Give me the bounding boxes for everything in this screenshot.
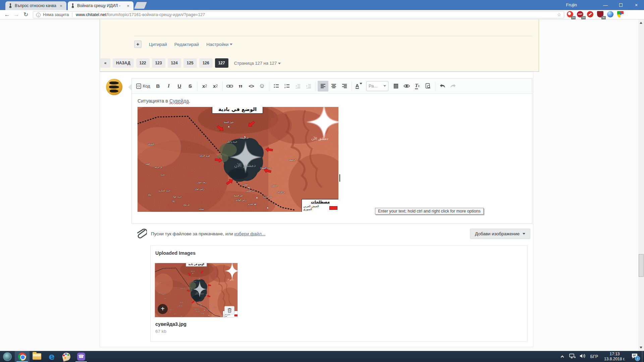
network-icon[interactable] <box>568 353 578 360</box>
outdent-button[interactable] <box>292 81 303 92</box>
close-button[interactable]: × <box>629 0 644 10</box>
bookmark-star-icon[interactable]: ☆ <box>557 12 561 17</box>
pagination-back-button[interactable]: НАЗАД <box>113 58 134 68</box>
scroll-down-arrow[interactable] <box>640 347 642 349</box>
spoiler-block-icon <box>393 83 398 89</box>
map-place-label: خربة عواد <box>169 309 173 310</box>
italic-button[interactable]: I <box>163 81 174 92</box>
align-center-button[interactable] <box>328 81 339 92</box>
taskbar-explorer[interactable] <box>30 351 44 362</box>
svg-text:1: 1 <box>284 84 286 86</box>
indent-button[interactable] <box>303 81 314 92</box>
source-preview-button[interactable] <box>423 81 433 92</box>
viber-icon: ☎ <box>77 353 85 361</box>
back-icon[interactable]: ← <box>3 10 11 19</box>
address-bar[interactable]: i Няма защита www.chitatel.net/forum/top… <box>33 11 564 18</box>
new-tab-button[interactable] <box>134 2 147 9</box>
remove-format-button[interactable]: Tx <box>412 81 423 92</box>
pagination-page-button[interactable]: 124 <box>168 58 181 68</box>
reply-editor-card: Код B I U S x2 x2 ” <> ☺ <box>100 72 533 347</box>
emoticon-button[interactable]: ☺ <box>257 81 267 92</box>
tab-close-icon[interactable]: × <box>58 3 64 8</box>
editor-content[interactable]: Ситуацията в Сувейда. <box>132 94 532 216</box>
taskbar-viber[interactable]: ☎ <box>74 351 89 362</box>
pagination-page-button[interactable]: 122 <box>136 58 150 68</box>
suweida-map-image[interactable]: الوضع في بادية السويداء دمشق الآن دمشق ا… <box>138 107 338 212</box>
show-desktop-strip[interactable] <box>642 351 644 362</box>
multiquote-button[interactable]: + <box>134 41 142 48</box>
security-label: Няма защита <box>43 12 69 17</box>
tab-close-icon[interactable]: × <box>125 3 131 8</box>
page-scrollbar[interactable] <box>638 19 644 351</box>
numbered-list-button[interactable]: 12 <box>282 81 292 92</box>
avatar[interactable] <box>106 79 122 95</box>
align-right-button[interactable] <box>339 81 350 92</box>
code-block-button[interactable]: Код <box>134 81 153 92</box>
add-image-button[interactable]: Добави изображение <box>470 229 530 239</box>
text-color-button[interactable]: A <box>354 81 364 92</box>
forward-icon[interactable]: → <box>12 10 21 19</box>
paragraph-format-select[interactable]: Ра... <box>366 81 388 91</box>
pagination-page-button[interactable]: 125 <box>183 58 197 68</box>
action-center-button[interactable]: 3 <box>629 353 641 360</box>
pagination-page-button[interactable]: 126 <box>199 58 213 68</box>
link-button[interactable] <box>224 81 235 92</box>
taskbar-chrome[interactable] <box>15 351 30 362</box>
extension-adblocker-icon[interactable]: 20 <box>567 11 574 18</box>
legend-color-swatch <box>234 314 238 316</box>
extension-abp-icon[interactable]: ABP 20 <box>577 11 584 18</box>
insert-image-button[interactable]: + <box>158 304 168 314</box>
scroll-up-arrow[interactable] <box>640 22 642 24</box>
redo-button[interactable] <box>448 81 459 92</box>
uploaded-image-thumb[interactable]: الوضع في بادية السويداء دمشق الآن دمشق ا… <box>155 263 238 317</box>
editor-tooltip: Enter your text; hold ctrl and right cli… <box>375 208 484 215</box>
taskbar-clock[interactable]: 17:13 13.8.2018 г. <box>601 352 629 362</box>
map-title: الوضع في بادية السويداء <box>186 263 207 266</box>
pagination-page-button[interactable]: 123 <box>152 58 165 68</box>
pagination-current-page[interactable]: 127 <box>215 58 228 68</box>
browser-tab-1[interactable]: Въпрос относно качван × <box>5 1 66 10</box>
quote-link[interactable]: Цитирай <box>149 42 167 47</box>
bold-button[interactable]: B <box>153 81 163 92</box>
reload-icon[interactable]: ↻ <box>21 10 30 19</box>
extension-download-shield-icon[interactable] <box>617 11 625 18</box>
extension-orb-icon[interactable] <box>607 11 614 18</box>
uploaded-file-name[interactable]: сувейда3.jpg <box>155 321 186 327</box>
pagination-first-button[interactable]: « <box>100 58 110 68</box>
spoiler-button[interactable] <box>390 81 401 92</box>
map-place-label: رأس الوادي <box>235 199 246 201</box>
delete-image-button[interactable] <box>224 306 234 314</box>
browser-tab-2-active[interactable]: Войната срещу ИДИЛ - × <box>68 1 133 10</box>
minimize-button[interactable]: — <box>598 0 613 10</box>
map-place-label: قصر <box>146 163 150 165</box>
underline-button[interactable]: U <box>174 81 185 92</box>
start-button[interactable] <box>0 351 15 362</box>
taskbar-paint[interactable] <box>59 351 74 362</box>
edit-link[interactable]: Редактирай <box>174 42 199 47</box>
page-counter-dropdown[interactable]: Страница 127 на 127 <box>234 61 281 66</box>
url-divider <box>72 12 72 17</box>
subscript-button[interactable]: x2 <box>199 81 210 92</box>
choose-file-link[interactable]: избери файл... <box>234 231 265 236</box>
volume-icon[interactable] <box>578 353 588 360</box>
superscript-button[interactable]: x2 <box>210 81 221 92</box>
align-left-button[interactable] <box>318 81 328 92</box>
extension-ublock-icon[interactable]: 30 <box>597 11 604 18</box>
undo-button[interactable] <box>437 81 448 92</box>
chevron-down-icon <box>278 63 281 64</box>
map-place-label: قرية الدياثة <box>181 288 185 289</box>
inline-code-button[interactable]: <> <box>246 81 257 92</box>
preview-button[interactable] <box>401 81 412 92</box>
tray-expand-chevron[interactable] <box>557 354 568 360</box>
bullet-list-button[interactable] <box>271 81 282 92</box>
extension-tool-icon[interactable] <box>587 11 594 18</box>
options-link[interactable]: Настройки <box>206 42 232 47</box>
site-info-icon[interactable]: i <box>36 13 41 17</box>
strikethrough-button[interactable]: S <box>185 81 196 92</box>
quote-button[interactable]: ” <box>235 81 246 92</box>
scrollbar-thumb[interactable] <box>639 254 644 277</box>
language-indicator[interactable]: БГР <box>588 354 601 359</box>
maximize-button[interactable] <box>613 0 629 10</box>
suweida-link[interactable]: Сувейда <box>169 98 189 104</box>
taskbar-edge[interactable]: e <box>44 351 59 362</box>
